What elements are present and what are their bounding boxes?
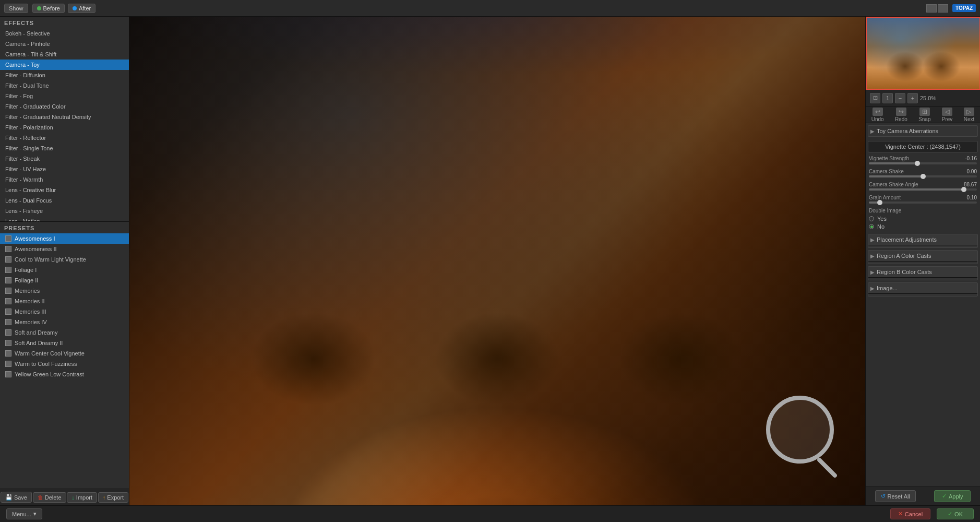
zoom-out-button[interactable]: − xyxy=(895,93,905,103)
vignette-center[interactable]: Vignette Center : (2438,1547) xyxy=(868,141,978,152)
effects-item-3[interactable]: Camera - Toy xyxy=(0,60,129,70)
camera-shake-value: 0.00 xyxy=(956,169,977,174)
preset-icon-11 xyxy=(5,350,11,357)
camera-shake-label: Camera Shake xyxy=(869,169,956,174)
undo-button[interactable]: ↩ Undo xyxy=(871,108,884,122)
menu-chevron-icon: ▾ xyxy=(33,511,37,517)
cancel-button[interactable]: ✕ Cancel xyxy=(890,508,930,519)
toy-camera-section[interactable]: ▶ Toy Camera Aberrations xyxy=(868,125,978,137)
presets-list[interactable]: Awesomeness IAwesomeness IICool to Warm … xyxy=(0,233,129,489)
effects-item-9[interactable]: Filter - Polarization xyxy=(0,122,129,133)
camera-shake-angle-slider[interactable] xyxy=(869,188,977,191)
preset-item-11[interactable]: Warm Center Cool Vignette xyxy=(0,348,129,359)
effects-item-2[interactable]: Camera - Tilt & Shift xyxy=(0,49,129,60)
preset-item-5[interactable]: Memories xyxy=(0,286,129,296)
redo-icon: ↪ xyxy=(896,108,906,116)
zoom-fit-button[interactable]: ⊡ xyxy=(870,93,880,103)
effects-item-4[interactable]: Filter - Diffusion xyxy=(0,70,129,80)
redo-button[interactable]: ↪ Redo xyxy=(895,108,907,122)
snap-button[interactable]: ⊞ Snap xyxy=(918,108,930,122)
cancel-x-icon: ✕ xyxy=(898,511,903,517)
zoom-1to1-button[interactable]: 1 xyxy=(882,93,893,103)
effects-item-17[interactable]: Lens - Fisheye xyxy=(0,206,129,216)
preset-item-7[interactable]: Memories III xyxy=(0,306,129,317)
before-button[interactable]: Before xyxy=(32,4,65,13)
region-b-label: Region B Color Casts xyxy=(877,269,932,275)
undo-icon: ↩ xyxy=(873,108,883,116)
placement-header[interactable]: ▶ Placement Adjustments xyxy=(868,234,977,245)
effects-item-5[interactable]: Filter - Dual Tone xyxy=(0,80,129,91)
grain-amount-row: Grain Amount 0.10 xyxy=(868,195,978,204)
camera-shake-slider[interactable] xyxy=(869,175,977,177)
export-icon: ↑ xyxy=(103,494,106,501)
preset-item-13[interactable]: Yellow Green Low Contrast xyxy=(0,369,129,379)
preset-item-8[interactable]: Memories IV xyxy=(0,317,129,327)
preset-item-9[interactable]: Soft and Dreamy xyxy=(0,327,129,338)
effects-item-7[interactable]: Filter - Graduated Color xyxy=(0,101,129,112)
effects-item-18[interactable]: Lens - Motion xyxy=(0,216,129,221)
menu-button[interactable]: Menu... ▾ xyxy=(6,508,42,519)
camera-shake-thumb[interactable] xyxy=(921,174,926,179)
zoom-controls: ⊡ 1 − + 25.0% xyxy=(870,93,936,103)
effects-item-12[interactable]: Filter - Streak xyxy=(0,153,129,164)
section-label: Toy Camera Aberrations xyxy=(877,128,938,134)
region-b-header[interactable]: ▶ Region B Color Casts xyxy=(868,267,977,278)
preset-item-2[interactable]: Cool to Warm Light Vignette xyxy=(0,254,129,265)
region-a-header[interactable]: ▶ Region A Color Casts xyxy=(868,251,977,262)
image-section[interactable]: ▶ Image... xyxy=(868,282,978,296)
apply-button[interactable]: ✓ Apply xyxy=(934,490,971,502)
after-button[interactable]: After xyxy=(68,4,95,13)
region-a-label: Region A Color Casts xyxy=(877,253,931,259)
prev-button[interactable]: ◁ Prev xyxy=(942,108,953,122)
grain-amount-thumb[interactable] xyxy=(877,200,882,205)
preset-item-4[interactable]: Foliage II xyxy=(0,275,129,286)
effects-list[interactable]: Bokeh - SelectiveCamera - PinholeCamera … xyxy=(0,28,129,221)
effects-item-0[interactable]: Bokeh - Selective xyxy=(0,28,129,39)
export-button[interactable]: ↑ Export xyxy=(98,492,128,503)
image-header[interactable]: ▶ Image... xyxy=(868,283,977,294)
preset-item-12[interactable]: Warm to Cool Fuzziness xyxy=(0,359,129,369)
reset-all-button[interactable]: ↺ Reset All xyxy=(875,490,916,502)
view-icon-2[interactable] xyxy=(938,4,948,13)
prev-label: Prev xyxy=(942,116,953,122)
effects-item-8[interactable]: Filter - Graduated Neutral Density xyxy=(0,112,129,122)
menu-label: Menu... xyxy=(12,511,31,517)
grain-amount-slider[interactable] xyxy=(869,201,977,204)
show-button[interactable]: Show xyxy=(4,4,28,13)
vignette-strength-thumb[interactable] xyxy=(915,161,920,166)
vignette-strength-row: Vignette Strength -0.16 xyxy=(868,156,978,164)
double-image-no-option[interactable]: No xyxy=(869,223,977,230)
region-a-section[interactable]: ▶ Region A Color Casts xyxy=(868,250,978,264)
region-b-arrow: ▶ xyxy=(870,269,875,275)
effects-item-11[interactable]: Filter - Single Tone xyxy=(0,143,129,153)
zoom-in-button[interactable]: + xyxy=(907,93,918,103)
double-image-no-radio[interactable] xyxy=(869,224,874,229)
effects-item-10[interactable]: Filter - Reflector xyxy=(0,133,129,143)
right-bottom-bar: ↺ Reset All ✓ Apply xyxy=(866,487,980,505)
import-button[interactable]: ↓ Import xyxy=(67,492,97,503)
region-b-section[interactable]: ▶ Region B Color Casts xyxy=(868,266,978,280)
preset-item-1[interactable]: Awesomeness II xyxy=(0,244,129,254)
effects-item-13[interactable]: Filter - UV Haze xyxy=(0,164,129,174)
preset-item-6[interactable]: Memories II xyxy=(0,296,129,306)
vignette-strength-slider[interactable] xyxy=(869,162,977,164)
camera-shake-angle-thumb[interactable] xyxy=(961,187,966,192)
placement-section[interactable]: ▶ Placement Adjustments xyxy=(868,234,978,248)
preset-item-10[interactable]: Soft And Dreamy II xyxy=(0,338,129,348)
effects-item-16[interactable]: Lens - Dual Focus xyxy=(0,195,129,206)
next-button[interactable]: ▷ Next xyxy=(964,108,975,122)
ok-button[interactable]: ✓ OK xyxy=(937,508,974,519)
double-image-yes-radio[interactable] xyxy=(869,216,874,221)
effects-item-1[interactable]: Camera - Pinhole xyxy=(0,39,129,49)
view-icon-1[interactable] xyxy=(926,4,937,13)
center-canvas[interactable] xyxy=(129,17,865,505)
preset-item-3[interactable]: Foliage I xyxy=(0,265,129,275)
save-button[interactable]: 💾 Save xyxy=(1,492,32,503)
double-image-yes-option[interactable]: Yes xyxy=(869,216,977,222)
effects-item-6[interactable]: Filter - Fog xyxy=(0,91,129,101)
effects-item-15[interactable]: Lens - Creative Blur xyxy=(0,185,129,195)
delete-button[interactable]: 🗑 Delete xyxy=(33,492,66,503)
effects-item-14[interactable]: Filter - Warmth xyxy=(0,174,129,185)
preset-icon-1 xyxy=(5,246,11,252)
preset-item-0[interactable]: Awesomeness I xyxy=(0,233,129,244)
